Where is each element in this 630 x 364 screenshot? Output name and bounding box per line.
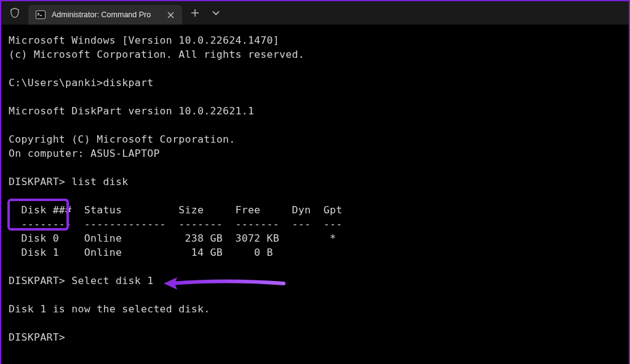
close-tab-button[interactable] [165,9,176,20]
diskpart-copyright-line: Copyright (C) Microsoft Corporation. [9,133,235,145]
active-tab[interactable]: Administrator: Command Pro [28,5,182,25]
admin-shield-icon [1,1,28,25]
diskpart-result-line: Disk 1 is now the selected disk. [9,303,210,315]
diskpart-list-disk-cmd: DISKPART> list disk [9,176,128,188]
os-copyright-line: (c) Microsoft Corporation. All rights re… [9,49,305,60]
diskpart-computer-line: On computer: ASUS-LAPTOP [9,148,160,159]
terminal-window: Administrator: Command Pro Microsoft Win… [1,1,629,363]
tab-title: Administrator: Command Pro [52,10,159,19]
terminal-icon [36,10,46,20]
os-version-line: Microsoft Windows [Version 10.0.22624.14… [9,34,279,46]
diskpart-prompt: DISKPART> [9,331,65,343]
disk-table-separator: -------- ------------- ------- ------- -… [9,218,342,230]
disk-table-header: Disk ### Status Size Free Dyn Gpt [9,204,342,216]
diskpart-version-line: Microsoft DiskPart version 10.0.22621.1 [9,105,254,117]
titlebar[interactable]: Administrator: Command Pro [1,1,629,25]
svg-rect-0 [36,11,46,19]
annotation-arrow-icon [164,275,287,294]
tab-dropdown-button[interactable] [205,4,226,22]
diskpart-select-disk-cmd: DISKPART> Select disk 1 [9,275,153,287]
cmd-prompt-line: C:\Users\panki>diskpart [9,77,153,89]
disk-table-row: Disk 1 Online 14 GB 0 B [9,247,273,258]
new-tab-button[interactable] [185,4,205,22]
disk-table-row: Disk 0 Online 238 GB 3072 KB * [9,232,336,244]
terminal-output[interactable]: Microsoft Windows [Version 10.0.22624.14… [1,25,629,364]
